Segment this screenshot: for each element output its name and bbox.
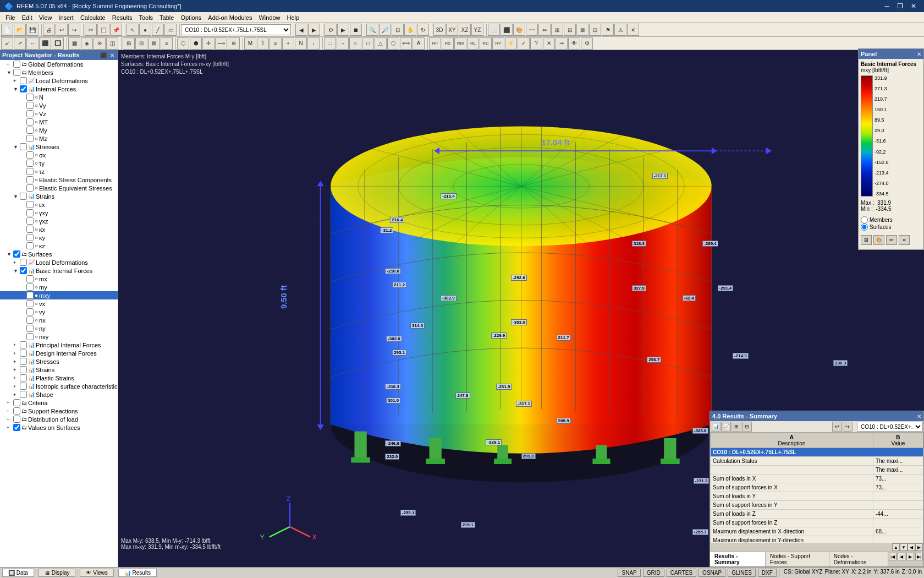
tree-surf-stresses[interactable]: + 📊 Stresses xyxy=(0,357,118,366)
tree-vy-surf[interactable]: ○ vy xyxy=(0,308,118,316)
tb-calc3[interactable]: ⏹ xyxy=(350,24,362,36)
tb2-cross[interactable]: ✕ xyxy=(543,37,555,50)
expand-icon[interactable]: + xyxy=(7,425,13,430)
tb-save[interactable]: 💾 xyxy=(26,24,38,36)
cb-mx[interactable] xyxy=(26,275,34,282)
tree-basic-internal[interactable]: ▼ 📊 Basic Internal Forces xyxy=(0,266,118,275)
expand-icon[interactable]: + xyxy=(7,400,13,406)
tb2-check[interactable]: ✓ xyxy=(518,37,530,50)
tree-my-surf[interactable]: ○ my xyxy=(0,283,118,291)
cb-kz[interactable] xyxy=(26,242,34,249)
tb-zoom-out[interactable]: 🔎 xyxy=(379,24,391,36)
tb2-rfp[interactable]: RP xyxy=(492,37,504,50)
tb2-18[interactable]: ⊕ xyxy=(228,37,240,50)
tree-mx[interactable]: ○ mx xyxy=(0,275,118,283)
expand-icon[interactable]: + xyxy=(13,384,20,389)
table-row[interactable]: Calculation Status The maxi... xyxy=(711,457,923,466)
tb2-9[interactable]: ◫ xyxy=(106,37,118,50)
expand-icon[interactable]: ▼ xyxy=(13,268,20,274)
tree-plastic-strains[interactable]: + 📊 Plastic Strains xyxy=(0,374,118,382)
tree-members[interactable]: ▼ 🗂 Members xyxy=(0,68,118,77)
tab-last-btn[interactable]: ▶| xyxy=(915,553,923,560)
tb2-6[interactable]: ▦ xyxy=(68,37,80,50)
tb2-mass[interactable]: M xyxy=(244,37,256,50)
tb-display3[interactable]: ⊠ xyxy=(576,24,588,36)
tb-zoom-in[interactable]: 🔍 xyxy=(366,24,378,36)
res-tb-2[interactable]: 📈 xyxy=(721,422,731,432)
tb-wire[interactable]: ⬜ xyxy=(488,24,500,36)
expand-icon[interactable]: + xyxy=(13,260,20,265)
tree-sx[interactable]: ○ σx xyxy=(0,151,118,159)
cb-mxy[interactable] xyxy=(26,292,34,299)
cb-surfaces[interactable] xyxy=(13,250,20,258)
cb-members[interactable] xyxy=(13,69,20,76)
navigator-float-btn[interactable]: ⬛ xyxy=(99,52,108,58)
expand-icon[interactable]: + xyxy=(13,375,20,381)
tb-3d[interactable]: 3D xyxy=(433,24,446,36)
menu-help[interactable]: Help xyxy=(284,14,303,21)
cb-nxy[interactable] xyxy=(26,333,34,340)
footer-tab-views[interactable]: 👁 Views xyxy=(80,569,113,577)
tb-warning[interactable]: ⚠ xyxy=(614,24,626,36)
tb-zoom-fit[interactable]: ⊡ xyxy=(392,24,404,36)
cb-elastic-equiv[interactable] xyxy=(26,184,34,192)
tree-elastic-stress[interactable]: ○ Elastic Stress Components xyxy=(0,176,118,184)
tree-design-forces[interactable]: + 📊 Design Internal Forces xyxy=(0,349,118,357)
footer-tab-display[interactable]: 🖥 Display xyxy=(38,569,76,577)
load-case-combo[interactable]: CO10 : DL+0.52EX+.75LL+.75SL xyxy=(181,24,291,35)
menu-results[interactable]: Results xyxy=(109,14,136,21)
tree-values-on-surfaces[interactable]: + 🗂 Values on Surfaces xyxy=(0,423,118,432)
cb-surf-strains[interactable] xyxy=(20,366,27,373)
tb-new[interactable]: 📄 xyxy=(1,24,13,36)
cb-surf-local[interactable] xyxy=(20,259,27,266)
tree-ty[interactable]: ○ τy xyxy=(0,159,118,167)
cb-gxz[interactable] xyxy=(26,217,34,225)
expand-icon[interactable]: + xyxy=(13,78,20,84)
cb-strains-m[interactable] xyxy=(20,193,27,200)
tb2-8[interactable]: ⊛ xyxy=(94,37,106,50)
tree-surf-local-def[interactable]: + 📈 Local Deformations xyxy=(0,258,118,266)
tree-n[interactable]: ○ N xyxy=(0,93,118,101)
cb-ty[interactable] xyxy=(26,160,34,167)
menu-table[interactable]: Table xyxy=(156,14,177,21)
tb-isolines[interactable]: 〰 xyxy=(526,24,538,36)
tree-ny[interactable]: ○ ny xyxy=(0,324,118,332)
tree-nxy[interactable]: ○ nxy xyxy=(0,332,118,341)
tb-render[interactable]: 🎨 xyxy=(513,24,525,36)
tree-gxy[interactable]: ○ γxy xyxy=(0,209,118,217)
panel-edit-btn[interactable]: ✏ xyxy=(886,235,897,245)
cb-shape[interactable] xyxy=(20,391,27,398)
tb-scale[interactable]: ⇔ xyxy=(538,24,551,36)
expand-icon[interactable]: ▼ xyxy=(7,252,13,257)
cb-values-on-surf[interactable] xyxy=(13,424,20,431)
tree-stresses[interactable]: ▼ 📊 Stresses xyxy=(0,143,118,151)
tree-surf-strains[interactable]: + 📊 Strains xyxy=(0,366,118,374)
tb2-arr[interactable]: → xyxy=(337,37,349,50)
footer-tab-data[interactable]: 🔲 Data xyxy=(2,569,34,577)
menu-calculate[interactable]: Calculate xyxy=(77,14,109,21)
tb2-10[interactable]: ⊞ xyxy=(123,37,135,50)
tb2-16[interactable]: ✛ xyxy=(202,37,215,50)
expand-icon[interactable]: + xyxy=(13,392,20,397)
tab-prev-btn[interactable]: ◀ xyxy=(898,553,905,560)
cb-kx[interactable] xyxy=(26,226,34,233)
tb-flag[interactable]: ⚑ xyxy=(602,24,614,36)
tb2-1[interactable]: ↙ xyxy=(1,37,13,50)
tree-mxy[interactable]: ● mxy xyxy=(0,291,118,299)
tb2-arr2[interactable]: ⇒ xyxy=(556,37,568,50)
tree-surfaces[interactable]: ▼ 🗂 Surfaces xyxy=(0,250,118,258)
tree-elastic-equiv-stress[interactable]: ○ Elastic Equivalent Stresses xyxy=(0,184,118,192)
tb2-circ[interactable]: ○ xyxy=(349,37,361,50)
menu-file[interactable]: File xyxy=(2,14,19,21)
menu-addon[interactable]: Add-on Modules xyxy=(205,14,255,21)
tb2-danger[interactable]: ⚡ xyxy=(505,37,517,50)
tb2-sq[interactable]: □ xyxy=(362,37,374,50)
cb-basic-internal[interactable] xyxy=(20,267,27,274)
tb2-rfl[interactable]: RL xyxy=(467,37,479,50)
tab-nodes-support[interactable]: Nodes - Support Forces xyxy=(766,552,829,566)
res-tb-3[interactable]: ⊞ xyxy=(732,422,741,432)
tree-members-local-def[interactable]: + 📈 Local Deformations xyxy=(0,77,118,85)
tb-delete[interactable]: ✕ xyxy=(627,24,639,36)
snap-grid[interactable]: GRID xyxy=(643,569,664,577)
snap-snap[interactable]: SNAP xyxy=(618,569,640,577)
